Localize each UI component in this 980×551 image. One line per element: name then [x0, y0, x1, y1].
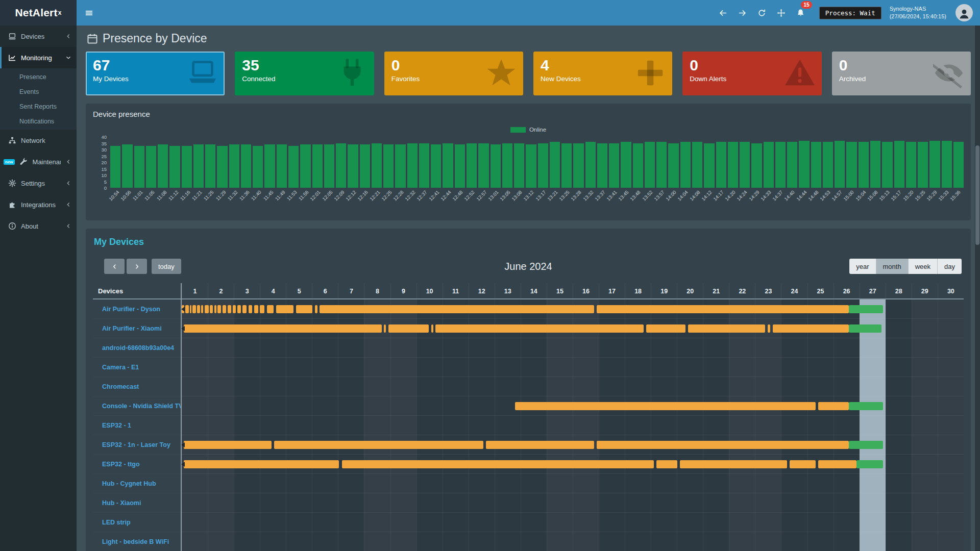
- chart-bar[interactable]: [906, 142, 916, 188]
- presence-segment-online[interactable]: [818, 402, 849, 410]
- chart-bar[interactable]: [407, 143, 418, 188]
- chart-bar[interactable]: [182, 146, 192, 188]
- sidebar-item-settings[interactable]: Settings: [0, 172, 77, 194]
- chart-bar[interactable]: [680, 142, 691, 188]
- chart-bar[interactable]: [799, 141, 809, 188]
- chart-bar[interactable]: [443, 143, 453, 188]
- chart-bar[interactable]: [169, 146, 180, 188]
- notifications-button[interactable]: 15: [793, 0, 809, 26]
- chart-bar[interactable]: [336, 143, 346, 188]
- presence-segment-online[interactable]: [228, 305, 231, 313]
- infobox-connected[interactable]: 35Connected: [235, 52, 374, 95]
- presence-segment-online[interactable]: [267, 305, 273, 313]
- scrollbar-thumb[interactable]: [975, 145, 979, 245]
- chart-bar[interactable]: [241, 144, 251, 188]
- chart-bar[interactable]: [110, 146, 120, 188]
- presence-segment-online[interactable]: [242, 305, 246, 313]
- chart-bar[interactable]: [146, 146, 156, 188]
- chart-bar[interactable]: [288, 146, 299, 188]
- presence-segment-online[interactable]: [646, 324, 685, 333]
- chart-bar[interactable]: [467, 143, 477, 188]
- presence-segment-online[interactable]: [486, 441, 594, 449]
- multi-edit-button[interactable]: [773, 0, 790, 26]
- presence-segment-online[interactable]: [190, 305, 191, 313]
- device-label-esp32-1[interactable]: ESP32 - 1: [93, 416, 181, 435]
- presence-segment-online[interactable]: [197, 305, 200, 313]
- chart-bar[interactable]: [134, 146, 144, 188]
- presence-segment-online[interactable]: [773, 324, 849, 333]
- device-label-light-bedside-b-wifi[interactable]: Light - bedside B WiFi: [93, 532, 181, 551]
- presence-segment-online-now[interactable]: [849, 441, 883, 449]
- sidebar-subitem-sent-reports[interactable]: Sent Reports: [0, 99, 77, 114]
- infobox-down-alerts[interactable]: 0Down Alerts: [682, 52, 821, 95]
- chart-bar[interactable]: [894, 141, 904, 188]
- page-scrollbar[interactable]: [975, 26, 980, 551]
- presence-segment-online[interactable]: [217, 305, 221, 313]
- chart-bar[interactable]: [122, 144, 132, 188]
- chart-bar[interactable]: [561, 143, 572, 188]
- chart-bar[interactable]: [431, 144, 441, 188]
- chart-bar[interactable]: [550, 142, 560, 188]
- chart-bar[interactable]: [193, 144, 204, 188]
- view-month-button[interactable]: month: [876, 259, 909, 274]
- chart-bar[interactable]: [597, 143, 607, 188]
- chart-bar[interactable]: [633, 143, 643, 188]
- presence-segment-online[interactable]: [388, 324, 429, 333]
- presence-segment-online[interactable]: [185, 305, 189, 313]
- chart-bar[interactable]: [692, 142, 702, 188]
- presence-segment-online[interactable]: [184, 324, 382, 333]
- chart-bar[interactable]: [645, 142, 655, 188]
- presence-segment-online-now[interactable]: [849, 402, 883, 410]
- chart-bar[interactable]: [751, 143, 762, 188]
- presence-segment-online-now[interactable]: [856, 460, 883, 468]
- chart-bar[interactable]: [835, 141, 845, 188]
- back-button[interactable]: [715, 0, 731, 26]
- device-label-hub-cygnet-hub[interactable]: Hub - Cygnet Hub: [93, 474, 181, 493]
- chart-bar[interactable]: [395, 144, 405, 188]
- chart-bar[interactable]: [609, 143, 619, 188]
- device-label-console-nvidia-shield-tv[interactable]: Console - Nvidia Shield TV: [93, 396, 181, 416]
- chart-bar[interactable]: [491, 144, 501, 188]
- presence-segment-online[interactable]: [184, 460, 339, 468]
- chart-bar[interactable]: [668, 143, 678, 188]
- presence-segment-online[interactable]: [184, 441, 272, 449]
- chart-bar[interactable]: [419, 143, 429, 188]
- presence-segment-online[interactable]: [342, 460, 654, 468]
- presence-segment-online-now[interactable]: [849, 324, 881, 333]
- chart-bar[interactable]: [859, 142, 869, 188]
- chart-bar[interactable]: [942, 141, 952, 188]
- next-button[interactable]: [127, 259, 147, 274]
- chart-bar[interactable]: [656, 142, 667, 188]
- refresh-button[interactable]: [754, 0, 770, 26]
- chart-bar[interactable]: [716, 142, 726, 188]
- user-avatar[interactable]: [955, 4, 973, 21]
- view-year-button[interactable]: year: [849, 259, 876, 274]
- presence-segment-online[interactable]: [768, 324, 770, 333]
- device-label-hub-xiaomi[interactable]: Hub - Xiaomi: [93, 493, 181, 513]
- chart-bar[interactable]: [764, 142, 774, 188]
- chart-bar[interactable]: [360, 144, 370, 188]
- chart-bar[interactable]: [740, 142, 750, 188]
- sidebar-toggle-button[interactable]: [77, 0, 101, 26]
- chart-bar[interactable]: [811, 142, 821, 188]
- sidebar-subitem-notifications[interactable]: Notifications: [0, 114, 77, 129]
- chart-bar[interactable]: [478, 143, 488, 188]
- chart-bar[interactable]: [383, 144, 394, 188]
- chart-bar[interactable]: [253, 146, 263, 188]
- chart-bar[interactable]: [882, 142, 892, 188]
- chart-bar[interactable]: [728, 142, 738, 188]
- presence-segment-online[interactable]: [274, 441, 484, 449]
- sidebar-item-integrations[interactable]: Integrations: [0, 194, 77, 215]
- forward-button[interactable]: [734, 0, 751, 26]
- chart-bar[interactable]: [324, 144, 334, 188]
- chart-bar[interactable]: [277, 144, 287, 188]
- today-button[interactable]: today: [152, 259, 181, 274]
- chart-bar[interactable]: [229, 144, 239, 188]
- device-label-android-68608b93a00e4[interactable]: android-68608b93a00e4: [93, 338, 181, 358]
- infobox-new-devices[interactable]: 4New Devices: [533, 52, 672, 95]
- device-label-chromecast[interactable]: Chromecast: [93, 377, 181, 396]
- device-label-esp32-1n-laser-toy[interactable]: ESP32 - 1n - Laser Toy: [93, 435, 181, 455]
- chart-bar[interactable]: [312, 144, 323, 188]
- presence-segment-online-now[interactable]: [849, 305, 883, 313]
- presence-segment-online[interactable]: [515, 402, 816, 410]
